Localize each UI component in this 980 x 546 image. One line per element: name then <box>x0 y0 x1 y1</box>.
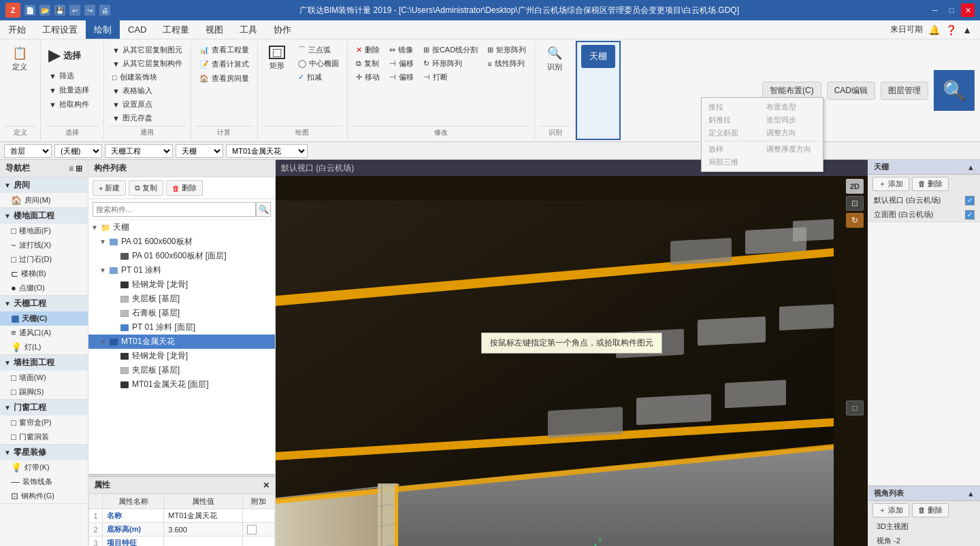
open-file-btn[interactable]: 📂 <box>39 5 50 16</box>
layer-mgr-btn[interactable]: 图层管理 <box>881 82 928 100</box>
pick-component-btn[interactable]: ▼ 拾取构件 <box>45 98 93 111</box>
table-input-btn[interactable]: ▼ 表格输入 <box>108 84 157 97</box>
move-btn[interactable]: ✛ 移动 <box>352 71 384 84</box>
nav-vent[interactable]: ≡通风口(A) <box>0 326 88 340</box>
nav-room-header[interactable]: ▼房间 <box>0 177 88 193</box>
set-origin-btn[interactable]: ▼ 设置原点 <box>108 98 157 111</box>
vp-cube-btn[interactable]: ⊡ <box>846 196 864 211</box>
view-angle-add-btn[interactable]: ＋ 添加 <box>872 503 909 517</box>
copy-modify-btn[interactable]: ⧉ 复制 <box>352 57 384 70</box>
mirror-btn[interactable]: ⇔ 镜像 <box>385 44 418 56</box>
view-quantities-btn[interactable]: 📊 查看工程量 <box>195 44 253 56</box>
view-list-item-elevation[interactable]: 立面图 (白云机场) ✓ <box>868 207 980 222</box>
menu-start[interactable]: 开始 <box>0 20 34 39</box>
nav-floor-surface[interactable]: □楼地面(F) <box>0 224 88 238</box>
nav-misc-header[interactable]: ▼零星装修 <box>0 445 88 460</box>
maximize-btn[interactable]: □ <box>945 3 958 17</box>
nav-room-item[interactable]: 🏠房间(M) <box>0 193 88 207</box>
tree-node-pt01[interactable]: ▼ PT 01 涂料 <box>88 263 275 277</box>
break-btn[interactable]: ⊣ 打断 <box>419 71 482 84</box>
nav-list-view-btn[interactable]: ≡ <box>69 164 74 173</box>
nav-steel-member[interactable]: ⊡钢构件(G) <box>0 489 88 503</box>
nav-wall-header[interactable]: ▼墙柱面工程 <box>0 355 88 371</box>
ctx-slope-push[interactable]: 斜推拉 <box>704 114 762 126</box>
deduct-btn[interactable]: ✓ 扣减 <box>294 71 343 84</box>
menu-view[interactable]: 视图 <box>197 20 231 39</box>
ctx-push-pull[interactable]: 推拉 <box>704 101 762 114</box>
identify-btn[interactable]: 🔍 识别 <box>539 44 570 74</box>
offset-btn[interactable]: ⊣ 偏移 <box>385 57 418 70</box>
menu-tools[interactable]: 工具 <box>231 20 265 39</box>
nav-deco-line[interactable]: —装饰线条 <box>0 475 88 489</box>
nav-curtain-box[interactable]: □窗帘盒(P) <box>0 415 88 430</box>
rect-draw-btn[interactable]: □ 矩形 <box>262 44 293 73</box>
nav-wall-surface[interactable]: □墙面(W) <box>0 371 88 385</box>
nav-ceiling-header[interactable]: ▼天棚工程 <box>0 296 88 311</box>
ceiling-delete-btn[interactable]: 🗑 删除 <box>912 177 949 191</box>
tree-node-pt01-sandwich[interactable]: 夹层板 [基层] <box>88 292 275 306</box>
tree-node-mt01-steel[interactable]: 轻钢龙骨 [龙骨] <box>88 349 275 363</box>
prop-close-icon[interactable]: ✕ <box>263 481 270 490</box>
rect-array-btn[interactable]: ⊞ 矩形阵列 <box>483 44 530 56</box>
delete-btn[interactable]: ✕ 删除 <box>352 44 384 56</box>
batch-select-btn[interactable]: ▼ 批量选择 <box>45 84 93 97</box>
select-btn[interactable]: ▶ 选择 <box>45 44 99 68</box>
tree-node-mt01[interactable]: ▼ MT01金属天花 <box>88 335 275 349</box>
copy-from-floor-btn[interactable]: ▼ 从其它层复制图元 <box>108 44 186 56</box>
print-btn[interactable]: 🖨 <box>99 5 110 16</box>
redo-btn[interactable]: ↪ <box>84 5 95 16</box>
nav-door-stone[interactable]: □过门石(D) <box>0 252 88 267</box>
notification-icon[interactable]: 🔔 <box>928 24 940 35</box>
nav-door-window-trim[interactable]: □门窗洞装 <box>0 430 88 444</box>
tree-node-pt01-gypsum[interactable]: 石膏板 [基层] <box>88 306 275 320</box>
tree-node-mt01-face[interactable]: MT01金属天花 [面层] <box>88 377 275 392</box>
ceiling-add-btn[interactable]: ＋ 添加 <box>872 177 909 191</box>
view-formula-btn[interactable]: 📝 查看计算式 <box>195 58 253 71</box>
linear-array-btn[interactable]: ≡ 线性阵列 <box>483 57 530 70</box>
offset2-btn[interactable]: ⊣ 偏移 <box>385 71 418 84</box>
tree-node-pt01-steel[interactable]: 轻钢龙骨 [龙骨] <box>88 277 275 292</box>
vp-2d-btn[interactable]: 2D <box>846 179 864 194</box>
ellipse-btn[interactable]: ◯ 中心椭圆 <box>294 57 343 70</box>
floor-select[interactable]: 首层 <box>4 144 52 158</box>
ctx-adj-thickness[interactable]: 调整厚度方向 <box>762 143 820 156</box>
define-btn[interactable]: 📋 定义 <box>4 44 35 74</box>
specific-select[interactable]: MT01金属天花 <box>226 144 308 158</box>
nav-grid-view-btn[interactable]: ⊞ <box>76 164 82 173</box>
three-arc-btn[interactable]: ⌒ 三点弧 <box>294 44 343 56</box>
ctx-loft[interactable]: 放样 <box>704 143 762 156</box>
tree-node-pa01-face[interactable]: PA 01 600x600板材 [面层] <box>88 249 275 263</box>
nav-wave-line[interactable]: ~波打线(X) <box>0 238 88 252</box>
ctx-layout-form[interactable]: 布置造型 <box>762 101 820 114</box>
tree-node-ceiling-root[interactable]: ▼ 📁 天棚 <box>88 220 275 235</box>
nav-accent[interactable]: ●点缀(O) <box>0 281 88 295</box>
menu-quantities[interactable]: 工程量 <box>154 20 197 39</box>
view-room-btn[interactable]: 🏠 查看房间量 <box>195 72 253 85</box>
menu-project-settings[interactable]: 工程设置 <box>34 20 86 39</box>
menu-cad[interactable]: CAD <box>120 20 154 39</box>
new-file-btn[interactable]: 📄 <box>24 5 35 16</box>
tree-node-mt01-board[interactable]: 夹层板 [基层] <box>88 363 275 377</box>
tree-node-pt01-face[interactable]: PT 01 涂料 [面层] <box>88 320 275 335</box>
delete-comp-btn[interactable]: 🗑 删除 <box>166 180 203 196</box>
tree-node-pa01[interactable]: ▼ PA 01 600x600板材 <box>88 235 275 249</box>
work-type-select[interactable]: 天棚工程 <box>105 144 173 158</box>
filter-btn[interactable]: ▼ 筛选 <box>45 69 78 82</box>
comp-search-input[interactable] <box>93 202 256 217</box>
component-type-select[interactable]: (天棚) <box>54 144 102 158</box>
view-list-item-default[interactable]: 默认视口 (白云机场) ✓ <box>868 193 980 207</box>
nav-door-window-header[interactable]: ▼门窗工程 <box>0 400 88 415</box>
copy-comp-toolbar-btn[interactable]: ⧉ 复制 <box>129 180 163 196</box>
radial-array-btn[interactable]: ↻ 环形阵列 <box>419 57 482 70</box>
minimize-btn[interactable]: ─ <box>928 3 942 17</box>
menu-draw[interactable]: 绘制 <box>86 20 120 39</box>
row-2-value[interactable]: 3.600 <box>164 523 242 536</box>
material-select[interactable]: 天棚 <box>176 144 223 158</box>
view-angle-2[interactable]: 视角 -2 <box>868 534 980 546</box>
save-btn[interactable]: 💾 <box>54 5 65 16</box>
comp-search-btn[interactable]: 🔍 <box>256 202 271 217</box>
undo-btn[interactable]: ↩ <box>69 5 80 16</box>
vp-ortho-btn[interactable]: □ <box>846 400 864 415</box>
nav-light-strip[interactable]: 💡灯带(K) <box>0 460 88 475</box>
vp-rotate-btn[interactable]: ↻ <box>846 213 864 228</box>
